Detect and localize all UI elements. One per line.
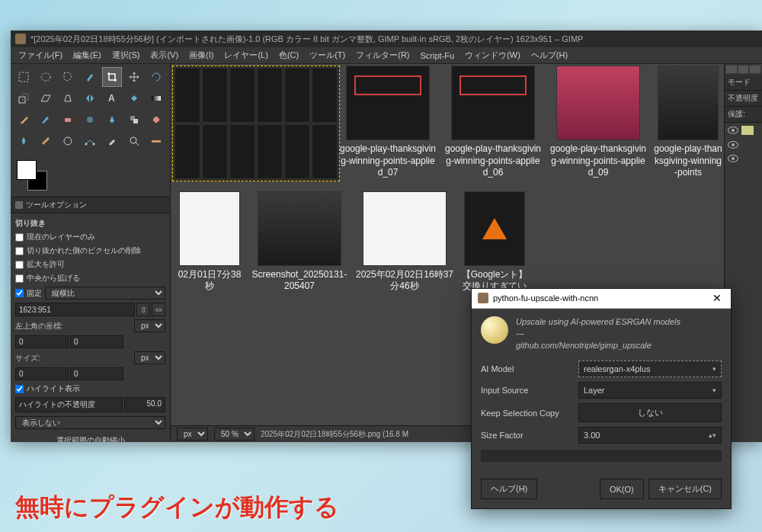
tool-heal[interactable] bbox=[146, 110, 166, 130]
close-icon[interactable]: ✕ bbox=[709, 290, 725, 306]
tool-smudge[interactable] bbox=[36, 131, 56, 151]
tool-rotate[interactable] bbox=[146, 67, 166, 87]
left-panel: A bbox=[11, 64, 171, 442]
tool-airbrush[interactable] bbox=[80, 110, 100, 130]
menu-color[interactable]: 色(C) bbox=[274, 48, 303, 62]
layer-visibility-row[interactable] bbox=[725, 138, 762, 152]
file-item[interactable]: 2025年02月02日16時37分46秒 bbox=[355, 191, 454, 305]
menu-layer[interactable]: レイヤー(L) bbox=[219, 48, 272, 62]
size-unit-select[interactable]: px bbox=[134, 351, 165, 364]
tool-options-header: ツールオプション bbox=[11, 197, 170, 213]
tool-free-select[interactable] bbox=[58, 67, 78, 87]
size-h-input[interactable] bbox=[70, 367, 123, 380]
auto-shrink-button[interactable]: 選択範囲の自動縮小 bbox=[56, 435, 125, 442]
svg-rect-9 bbox=[133, 119, 138, 123]
guides-select[interactable]: 表示しない bbox=[15, 416, 165, 429]
tool-crop[interactable] bbox=[102, 67, 122, 87]
layer-visibility-row[interactable] bbox=[725, 152, 762, 165]
expand-center-checkbox[interactable] bbox=[15, 274, 24, 283]
delete-cropped-checkbox[interactable] bbox=[15, 247, 24, 255]
dialog-status-bar bbox=[481, 450, 722, 462]
chevron-down-icon: ▾ bbox=[712, 386, 716, 394]
tool-zoom[interactable] bbox=[124, 131, 144, 151]
tool-flip[interactable] bbox=[80, 88, 100, 108]
tool-rect-select[interactable] bbox=[14, 67, 34, 87]
pos-x-input[interactable] bbox=[15, 335, 69, 348]
tool-clone[interactable] bbox=[124, 110, 144, 130]
aspect-select[interactable]: 縦横比 bbox=[45, 287, 165, 300]
dialog-description: Upscale using AI-powered ESRGAN models -… bbox=[516, 316, 680, 351]
size-factor-input[interactable]: 3.00▴▾ bbox=[578, 427, 722, 444]
tool-measure[interactable] bbox=[146, 131, 166, 151]
menu-file[interactable]: ファイル(F) bbox=[14, 48, 67, 62]
size-w-input[interactable] bbox=[15, 367, 69, 380]
status-unit-select[interactable]: px bbox=[177, 428, 208, 441]
allow-enlarge-checkbox[interactable] bbox=[15, 261, 24, 269]
eye-icon[interactable] bbox=[728, 127, 738, 134]
pos-y-input[interactable] bbox=[70, 335, 123, 348]
tool-gradient[interactable] bbox=[146, 88, 166, 108]
dialog-titlebar[interactable]: python-fu-upscale-with-ncnn ✕ bbox=[472, 289, 731, 309]
lightbulb-icon bbox=[481, 316, 508, 344]
menu-image[interactable]: 画像(I) bbox=[184, 48, 218, 62]
current-layer-only-checkbox[interactable] bbox=[15, 233, 24, 242]
window-titlebar[interactable]: *[2025年02月02日18時55分56秒] (インポートされた画像)-1.0… bbox=[11, 30, 762, 47]
tool-shear[interactable] bbox=[36, 88, 56, 108]
menu-select[interactable]: 選択(S) bbox=[107, 48, 145, 62]
eye-icon[interactable] bbox=[728, 141, 738, 149]
aspect-ratio-input[interactable] bbox=[15, 303, 135, 316]
file-item[interactable]: 02月01日7分38秒 bbox=[175, 191, 244, 305]
help-button[interactable]: ヘルプ(H) bbox=[481, 479, 537, 499]
tool-dodge[interactable] bbox=[58, 131, 78, 151]
tool-bucket[interactable] bbox=[124, 88, 144, 108]
eye-icon[interactable] bbox=[728, 155, 738, 162]
tool-blur[interactable] bbox=[14, 131, 34, 151]
menu-edit[interactable]: 編集(E) bbox=[69, 48, 106, 62]
ok-button[interactable]: OK(O) bbox=[600, 479, 644, 499]
file-item[interactable]: google-play-thanksgiving-winning-points-… bbox=[443, 66, 543, 179]
menu-help[interactable]: ヘルプ(H) bbox=[527, 48, 572, 62]
fixed-checkbox[interactable] bbox=[15, 289, 24, 297]
file-item[interactable]: google-play-thanksgiving-winning-points-… bbox=[549, 66, 648, 179]
menu-tool[interactable]: ツール(T) bbox=[305, 48, 350, 62]
position-unit-select[interactable]: px bbox=[134, 319, 165, 332]
keep-selection-toggle[interactable]: しない bbox=[578, 403, 722, 422]
highlight-checkbox[interactable] bbox=[15, 385, 24, 393]
menu-scriptfu[interactable]: Script-Fu bbox=[416, 50, 459, 62]
foreground-color[interactable] bbox=[17, 160, 37, 180]
menu-view[interactable]: 表示(V) bbox=[146, 48, 183, 62]
svg-rect-5 bbox=[152, 96, 161, 101]
tool-color-picker[interactable] bbox=[102, 131, 122, 151]
file-item[interactable]: Screenshot_20250131-205407 bbox=[250, 191, 349, 305]
svg-point-10 bbox=[64, 137, 72, 145]
tool-ink[interactable] bbox=[102, 110, 122, 130]
svg-rect-6 bbox=[65, 118, 71, 122]
input-source-select[interactable]: Layer▾ bbox=[578, 382, 722, 399]
highlight-opacity-value[interactable]: 50.0 bbox=[124, 397, 165, 412]
tool-pencil[interactable] bbox=[14, 110, 34, 130]
file-item[interactable]: google-play-thanksgiving-winning-points-… bbox=[338, 66, 437, 179]
cancel-button[interactable]: キャンセル(C) bbox=[648, 479, 722, 499]
file-item[interactable]: google-play-thanksgiving-winning-points bbox=[654, 66, 722, 179]
menu-filter[interactable]: フィルター(R) bbox=[351, 48, 414, 62]
tool-move[interactable] bbox=[124, 67, 144, 87]
tool-fuzzy-select[interactable] bbox=[80, 67, 100, 87]
zoom-select[interactable]: 50 % bbox=[214, 428, 255, 441]
ai-model-select[interactable]: realesrgan-x4plus▾ bbox=[578, 361, 722, 377]
spinner-icon[interactable]: ▴▾ bbox=[709, 431, 716, 439]
tool-paths[interactable] bbox=[80, 131, 100, 151]
tool-eraser[interactable] bbox=[58, 110, 78, 130]
tool-text[interactable]: A bbox=[102, 88, 122, 108]
color-swatch[interactable] bbox=[17, 160, 47, 191]
menu-windows[interactable]: ウィンドウ(W) bbox=[460, 48, 525, 62]
tool-scale[interactable] bbox=[14, 88, 34, 108]
portrait-icon[interactable]: ▯ bbox=[136, 303, 150, 316]
tool-brush[interactable] bbox=[36, 110, 56, 130]
tool-perspective[interactable] bbox=[58, 88, 78, 108]
input-source-label: Input Source bbox=[481, 386, 572, 395]
navigator-preview[interactable] bbox=[172, 66, 340, 181]
layer-visibility-row[interactable] bbox=[725, 123, 762, 138]
landscape-icon[interactable]: ▭ bbox=[152, 303, 165, 316]
window-title: *[2025年02月02日18時55分56秒] (インポートされた画像)-1.0… bbox=[30, 34, 583, 45]
tool-ellipse-select[interactable] bbox=[36, 67, 56, 87]
